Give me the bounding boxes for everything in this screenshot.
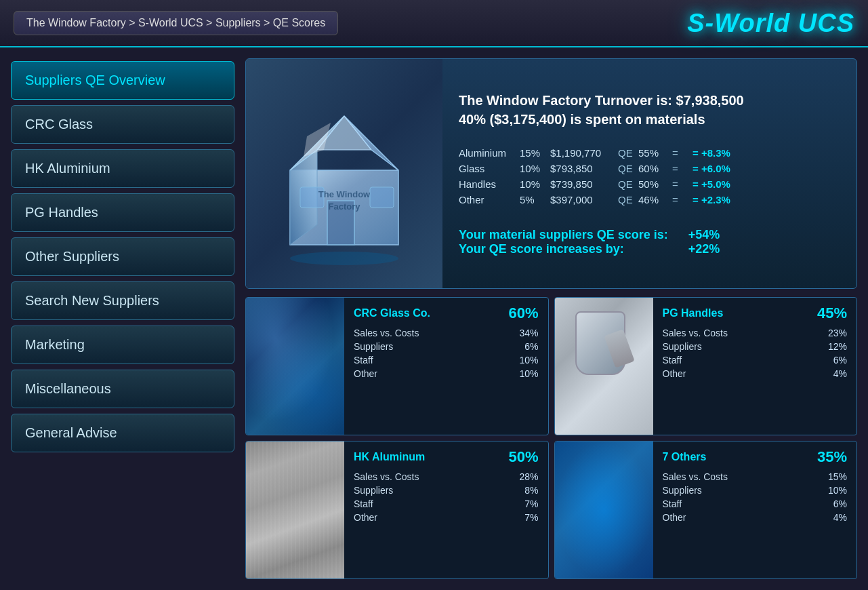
- card-stat-value: 4%: [833, 368, 847, 379]
- sidebar-item-hk-aluminium[interactable]: HK Aluminium: [11, 149, 234, 188]
- card-stat-row: Staff 7%: [354, 498, 539, 509]
- card-stat-value: 7%: [524, 512, 538, 523]
- card-stat-label: Sales vs. Costs: [663, 328, 728, 338]
- sidebar-item-pg-handles[interactable]: PG Handles: [11, 193, 234, 232]
- factory-title-line1: The Window Factory Turnover is: $7,938,5…: [459, 91, 840, 110]
- supplier-card-hk-aluminum[interactable]: HK Aluminum 50% Sales vs. Costs 28% Supp…: [245, 441, 549, 579]
- svg-rect-8: [370, 187, 394, 208]
- card-stat-label: Suppliers: [354, 485, 393, 496]
- card-stat-row: Other 10%: [354, 368, 539, 379]
- card-image-crc-glass: [246, 298, 344, 435]
- sidebar-item-suppliers-qe[interactable]: Suppliers QE Overview: [11, 61, 234, 100]
- header: The Window Factory > S-World UCS > Suppl…: [0, 0, 868, 47]
- card-stat-label: Suppliers: [663, 485, 702, 496]
- qe-increase-label: Your QE score increases by:: [459, 242, 624, 256]
- material-eq: =: [672, 176, 693, 192]
- card-stat-value: 28%: [519, 471, 538, 482]
- material-qe-val: 60%: [638, 161, 672, 176]
- card-stat-label: Staff: [354, 498, 373, 509]
- card-stat-value: 12%: [828, 341, 847, 352]
- card-stat-row: Sales vs. Costs 15%: [663, 471, 848, 482]
- material-qe-val: 46%: [638, 192, 672, 208]
- card-name: CRC Glass Co.: [354, 307, 430, 319]
- info-panel: The Window Factory Turnover is: $7,938,5…: [442, 59, 856, 288]
- card-stat-row: Other 7%: [354, 512, 539, 523]
- material-qe-label: QE: [618, 145, 638, 161]
- content-area: The Window Factory The Window Factory Tu…: [245, 58, 857, 579]
- card-stat-label: Staff: [354, 355, 373, 366]
- card-image-7-others: [555, 441, 653, 578]
- card-info-pg-handles: PG Handles 45% Sales vs. Costs 23% Suppl…: [653, 298, 857, 435]
- qe-score-line: Your material suppliers QE score is: +54…: [459, 228, 840, 242]
- card-info-hk-aluminum: HK Aluminum 50% Sales vs. Costs 28% Supp…: [344, 441, 548, 578]
- card-stat-row: Sales vs. Costs 23%: [663, 328, 848, 338]
- card-header: PG Handles 45%: [663, 304, 848, 322]
- card-stat-value: 10%: [519, 355, 538, 366]
- qe-increase-value: +22%: [688, 242, 720, 256]
- card-stat-value: 34%: [519, 328, 538, 338]
- card-stat-value: 10%: [828, 485, 847, 496]
- material-name: Other: [459, 192, 520, 208]
- material-name: Handles: [459, 176, 520, 192]
- sidebar-item-miscellaneous[interactable]: Miscellaneous: [11, 370, 234, 408]
- breadcrumb-text: The Window Factory > S-World UCS > Suppl…: [26, 17, 325, 28]
- sidebar-item-marketing[interactable]: Marketing: [11, 326, 234, 364]
- breadcrumb: The Window Factory > S-World UCS > Suppl…: [14, 11, 338, 35]
- card-stat-row: Other 4%: [663, 368, 848, 379]
- qe-increase-line: Your QE score increases by: +22%: [459, 242, 840, 256]
- material-dollar: $793,850: [550, 161, 618, 176]
- supplier-cards-grid: CRC Glass Co. 60% Sales vs. Costs 34% Su…: [245, 297, 857, 579]
- material-pct: 5%: [520, 192, 550, 208]
- card-stat-row: Suppliers 12%: [663, 341, 848, 352]
- card-info-7-others: 7 Others 35% Sales vs. Costs 15% Supplie…: [653, 441, 857, 578]
- material-name: Glass: [459, 161, 520, 176]
- material-result: = +2.3%: [693, 192, 840, 208]
- supplier-card-pg-handles[interactable]: PG Handles 45% Sales vs. Costs 23% Suppl…: [554, 297, 858, 435]
- card-stat-value: 23%: [828, 328, 847, 338]
- card-score: 45%: [817, 304, 847, 322]
- card-stat-value: 8%: [524, 485, 538, 496]
- card-stat-row: Other 4%: [663, 512, 848, 523]
- supplier-card-7-others[interactable]: 7 Others 35% Sales vs. Costs 15% Supplie…: [554, 441, 858, 579]
- qe-summary: Your material suppliers QE score is: +54…: [459, 228, 840, 256]
- supplier-card-crc-glass[interactable]: CRC Glass Co. 60% Sales vs. Costs 34% Su…: [245, 297, 549, 435]
- crystal-house-icon: The Window Factory: [270, 82, 419, 265]
- sidebar-label-general-advise: General Advise: [25, 425, 117, 440]
- card-image-hk-aluminum: [246, 441, 344, 578]
- factory-title: The Window Factory Turnover is: $7,938,5…: [459, 91, 840, 129]
- material-result: = +8.3%: [693, 145, 840, 161]
- sidebar-item-crc-glass[interactable]: CRC Glass: [11, 105, 234, 144]
- sidebar-label-other-suppliers: Other Suppliers: [25, 249, 119, 264]
- card-name: HK Aluminum: [354, 451, 425, 463]
- card-score: 35%: [817, 448, 847, 466]
- card-stat-row: Staff 10%: [354, 355, 539, 366]
- svg-text:The Window: The Window: [318, 189, 371, 199]
- card-stat-row: Staff 6%: [663, 355, 848, 366]
- card-stat-value: 6%: [524, 341, 538, 352]
- card-header: HK Aluminum 50%: [354, 448, 539, 466]
- card-stat-label: Suppliers: [354, 341, 393, 352]
- card-stat-row: Suppliers 6%: [354, 341, 539, 352]
- card-stat-row: Staff 6%: [663, 498, 848, 509]
- material-qe-val: 50%: [638, 176, 672, 192]
- sidebar-item-general-advise[interactable]: General Advise: [11, 414, 234, 452]
- material-row: Other 5% $397,000 QE 46% = = +2.3%: [459, 192, 840, 208]
- sidebar-label-search-new: Search New Suppliers: [25, 293, 159, 308]
- card-name: 7 Others: [663, 451, 707, 463]
- material-result: = +6.0%: [693, 161, 840, 176]
- sidebar-item-search-new[interactable]: Search New Suppliers: [11, 281, 234, 320]
- main-area: Suppliers QE Overview CRC Glass HK Alumi…: [0, 47, 868, 590]
- materials-table: Aluminium 15% $1,190,770 QE 55% = = +8.3…: [459, 145, 840, 208]
- material-dollar: $397,000: [550, 192, 618, 208]
- logo: S-World UCS: [687, 9, 854, 38]
- material-row: Handles 10% $739,850 QE 50% = = +5.0%: [459, 176, 840, 192]
- sidebar-label-pg-handles: PG Handles: [25, 205, 98, 220]
- material-pct: 10%: [520, 176, 550, 192]
- card-stat-label: Other: [663, 512, 686, 523]
- material-result: = +5.0%: [693, 176, 840, 192]
- qe-score-value: +54%: [688, 228, 720, 241]
- material-dollar: $739,850: [550, 176, 618, 192]
- card-score: 60%: [508, 304, 538, 322]
- svg-text:Factory: Factory: [329, 201, 361, 212]
- sidebar-item-other-suppliers[interactable]: Other Suppliers: [11, 237, 234, 276]
